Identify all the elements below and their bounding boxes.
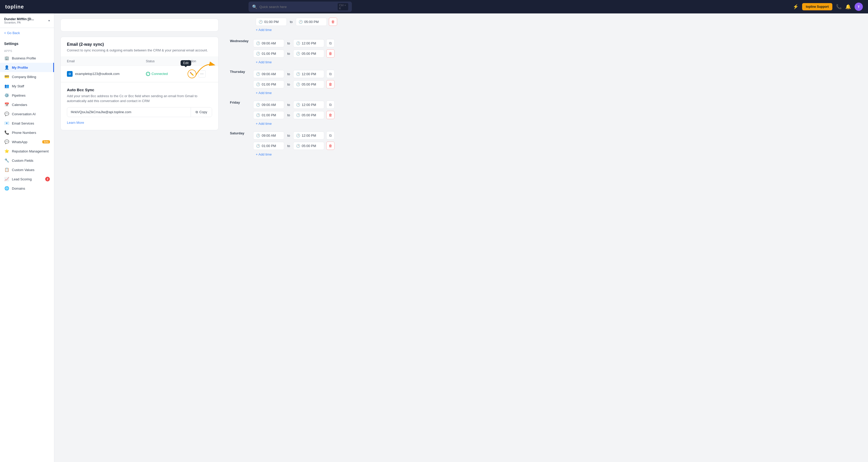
conversation-ai-icon: 💬 [4,112,9,116]
add-time-link[interactable]: + Add time [256,28,272,32]
sidebar-item-label: My Staff [12,84,50,88]
table-row: O exampletop123@outlook.com ✓ Connected [61,66,218,82]
learn-more-link[interactable]: Learn More [67,121,84,125]
add-time-thursday[interactable]: + Add time [256,91,272,95]
friday-start-2[interactable]: 🕐 01:00 PM [253,111,284,119]
sidebar-item-lead-scoring[interactable]: 📈 Lead Scoring 2 [0,175,54,184]
business-profile-icon: 🏢 [4,56,9,60]
action-cell[interactable]: Edit ✏️ [181,66,218,82]
trash-icon: 🗑 [329,113,332,117]
sidebar-item-custom-fields[interactable]: 🔧 Custom Fields [0,156,54,165]
friday-end-2[interactable]: 🕐 05:00 PM [293,111,324,119]
thursday-label: Thursday [230,70,253,74]
clock-icon: 🕐 [296,103,300,107]
delete-time-button[interactable]: 🗑 [329,18,337,26]
delete-time-button[interactable]: 🗑 [326,80,335,88]
custom-fields-icon: 🔧 [4,158,9,163]
friday-start-1[interactable]: 🕐 09:00 AM [253,101,284,109]
search-bar[interactable]: 🔍 Ctrl + K [249,2,352,12]
to-separator: to [286,52,291,56]
saturday-start-1[interactable]: 🕐 09:00 AM [253,131,284,140]
sidebar-item-label: Reputation Management [12,149,50,153]
time-input-end[interactable]: 🕐 05:00 PM [296,18,327,26]
sidebar-item-pipelines[interactable]: ⚙️ Pipelines [0,91,54,100]
clock-icon: 🕐 [256,83,260,86]
time-value: 09:00 AM [262,72,276,76]
sidebar-item-business-profile[interactable]: 🏢 Business Profile [0,54,54,63]
edit-button[interactable]: ✏️ [188,69,196,78]
duplicate-time-button[interactable]: ⧉ [326,39,335,47]
left-content: Email (2-way sync) Connect to sync incom… [54,13,225,462]
sidebar-item-my-staff[interactable]: 👥 My Staff [0,82,54,91]
thursday-end-2[interactable]: 🕐 05:00 PM [293,80,324,88]
options-icon: ⋯ [200,72,204,76]
phone-icon[interactable]: 📞 [836,4,842,9]
add-time-wednesday[interactable]: + Add time [256,60,272,64]
clock-icon: 🕐 [256,103,260,107]
add-time-friday[interactable]: + Add time [256,122,272,126]
friday-end-1[interactable]: 🕐 12:00 PM [293,101,324,109]
saturday-end-1[interactable]: 🕐 12:00 PM [293,131,324,140]
sidebar-item-domains[interactable]: 🌐 Domains [0,184,54,193]
wednesday-start-1[interactable]: 🕐 09:00 AM [253,39,284,47]
time-value: 01:00 PM [262,52,276,56]
status-cell: ✓ Connected [140,66,181,82]
account-switcher[interactable]: Dunder Mifflin [D... Scranton, PA ▾ [0,13,54,28]
go-back-link[interactable]: < Go Back [0,28,54,38]
sidebar-item-phone-numbers[interactable]: 📞 Phone Numbers [0,128,54,137]
delete-time-button[interactable]: 🗑 [326,142,335,150]
sidebar-item-label: Company Billing [12,75,50,79]
saturday-end-2[interactable]: 🕐 05:00 PM [293,142,324,150]
more-options-button[interactable]: ⋯ [198,70,206,78]
delete-time-button[interactable]: 🗑 [326,111,335,119]
wednesday-end-2[interactable]: 🕐 05:00 PM [293,50,324,58]
lightning-icon[interactable]: ⚡ [793,4,799,9]
thursday-end-1[interactable]: 🕐 12:00 PM [293,70,324,78]
saturday-start-2[interactable]: 🕐 01:00 PM [253,142,284,150]
sidebar-item-custom-values[interactable]: 📋 Custom Values [0,165,54,175]
duplicate-icon: ⧉ [329,133,332,138]
sidebar-item-label: Email Services [12,121,50,125]
bell-icon[interactable]: 🔔 [845,4,851,9]
time-value: 09:00 AM [262,133,276,137]
time-value: 05:00 PM [304,20,319,24]
calendars-icon: 📅 [4,102,9,107]
add-time-saturday[interactable]: + Add time [256,152,272,156]
copy-button[interactable]: ⧉ Copy [191,107,212,117]
sidebar-item-my-profile[interactable]: 👤 My Profile [0,63,54,72]
sidebar-item-email-services[interactable]: 📧 Email Services [0,119,54,128]
sidebar-item-reputation-management[interactable]: ⭐ Reputation Management [0,147,54,156]
auto-bcc-section: Auto Bcc Sync Add your smart Bcc address… [61,82,218,130]
time-input-start[interactable]: 🕐 01:00 PM [256,18,287,26]
reputation-icon: ⭐ [4,149,9,153]
duplicate-time-button[interactable]: ⧉ [326,70,335,78]
thursday-start-1[interactable]: 🕐 09:00 AM [253,70,284,78]
sidebar-item-conversation-ai[interactable]: 💬 Conversation AI [0,109,54,119]
wednesday-end-1[interactable]: 🕐 12:00 PM [293,39,324,47]
support-button[interactable]: topline Support [802,3,832,10]
clock-icon: 🕐 [296,72,300,76]
duplicate-time-button[interactable]: ⧉ [326,131,335,140]
topnav-right: ⚡ topline Support 📞 🔔 T [793,3,863,11]
wednesday-slot-2: 🕐 01:00 PM to 🕐 05:00 PM 🗑 [253,49,335,58]
sidebar-item-label: Conversation AI [12,112,50,116]
thursday-start-2[interactable]: 🕐 01:00 PM [253,80,284,88]
avatar[interactable]: T [855,3,863,11]
bcc-address-input[interactable] [67,107,191,117]
sidebar-item-label: Custom Fields [12,159,50,162]
top-partial-card [60,19,219,32]
search-input[interactable] [259,5,336,9]
to-separator: to [286,144,291,148]
wednesday-start-2[interactable]: 🕐 01:00 PM [253,50,284,58]
thursday-slots: 🕐 09:00 AM to 🕐 12:00 PM ⧉ [253,70,335,88]
thursday-slot-1: 🕐 09:00 AM to 🕐 12:00 PM ⧉ [253,70,335,78]
duplicate-time-button[interactable]: ⧉ [326,100,335,109]
sidebar-item-whatsapp[interactable]: 💬 WhatsApp beta [0,137,54,147]
sidebar-item-label: My Profile [12,66,49,69]
delete-time-button[interactable]: 🗑 [326,49,335,58]
sidebar-item-company-billing[interactable]: 💳 Company Billing [0,72,54,82]
edit-btn-wrapper: Edit ✏️ [188,69,196,78]
clock-icon: 🕐 [296,144,300,148]
sidebar-item-label: Pipelines [12,94,50,97]
sidebar-item-calendars[interactable]: 📅 Calendars [0,100,54,109]
